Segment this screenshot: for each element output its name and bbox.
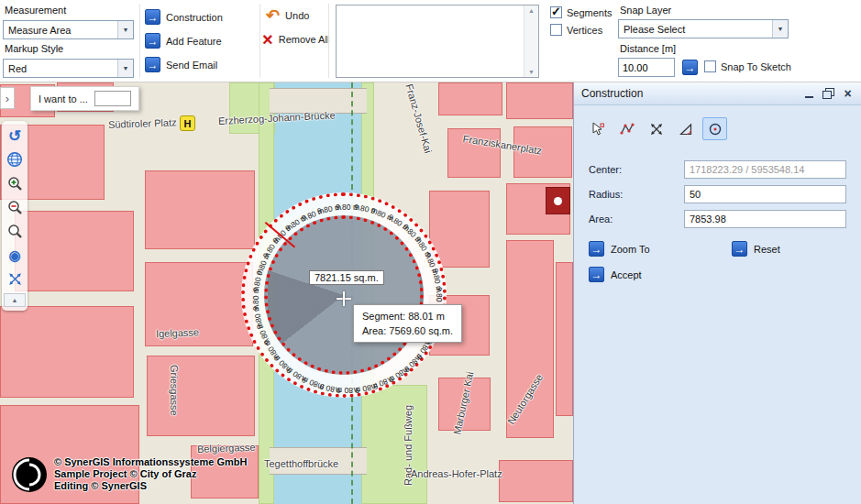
copyright-line: Editing © SynerGIS — [54, 480, 247, 492]
construction-panel: Construction × — [573, 82, 861, 504]
segments-checkbox-label: Segments — [567, 7, 613, 18]
top-toolbar: Measurement Measure Area ▼ Markup Style … — [0, 0, 861, 82]
zoom-in-icon — [7, 176, 23, 192]
undo-button[interactable]: ↶ Undo — [266, 9, 309, 22]
zoom-out-button[interactable] — [4, 196, 26, 218]
angle-triangle-icon — [679, 122, 693, 137]
collapse-toolstrip-button[interactable]: ▲ — [4, 293, 26, 307]
area-label: Area: — [589, 214, 684, 225]
remove-all-button-label: Remove All — [279, 34, 330, 45]
blue-arrow-icon: → — [589, 241, 604, 257]
snap-to-sketch-checkbox-row[interactable]: Snap To Sketch — [704, 60, 791, 72]
zoom-out-icon — [7, 200, 23, 215]
tool-polyline[interactable] — [614, 117, 639, 140]
sidebar-expander-button[interactable]: › — [0, 87, 15, 109]
close-icon[interactable]: × — [842, 88, 854, 99]
i-want-to-input[interactable] — [94, 91, 131, 106]
listbox-scrollbar[interactable]: ▲ ▼ — [524, 5, 538, 77]
scroll-up-icon[interactable]: ▲ — [528, 7, 535, 14]
toolbar-separator — [139, 4, 140, 78]
minimize-icon[interactable] — [803, 88, 815, 99]
fountain-icon — [554, 197, 562, 205]
overview-map-button[interactable] — [4, 148, 26, 170]
globe-icon — [6, 151, 23, 168]
area-input[interactable] — [684, 210, 846, 228]
blue-arrow-icon: → — [589, 267, 604, 282]
map-monument — [546, 187, 570, 214]
snap-layer-dropdown[interactable]: Please Select ▼ — [618, 19, 789, 38]
map-building — [145, 170, 255, 249]
reset-button[interactable]: → Reset — [732, 241, 780, 257]
transit-stop-marker[interactable]: H — [180, 115, 195, 131]
refresh-button[interactable]: ↺ — [4, 125, 26, 147]
segments-checkbox[interactable] — [550, 6, 562, 18]
distance-label: Distance [m] — [620, 43, 676, 54]
tool-select-point[interactable] — [585, 117, 610, 140]
markup-style-dropdown[interactable]: Red ▼ — [3, 59, 134, 78]
panel-title: Construction — [581, 87, 643, 100]
tool-intersect[interactable] — [644, 117, 668, 140]
copyright-line: Sample Project © City of Graz — [54, 468, 247, 480]
undo-icon: ↶ — [266, 9, 280, 22]
snap-layer-dropdown-value: Please Select — [624, 24, 772, 35]
vertices-checkbox[interactable] — [550, 24, 562, 36]
zoom-in-button[interactable] — [4, 172, 26, 194]
radius-label: Radius: — [589, 189, 684, 200]
locate-button[interactable]: ◉ — [4, 244, 26, 266]
accept-button[interactable]: → Accept — [589, 267, 732, 282]
chevron-down-icon[interactable]: ▼ — [117, 21, 133, 38]
street-label: Südtiroler Platz — [108, 116, 177, 130]
map-green-area — [361, 385, 427, 504]
polyline-icon — [620, 122, 635, 137]
map-copyright: © SynerGIS Informationssysteme GmbH Samp… — [11, 456, 247, 493]
panel-accept-row: → Accept — [589, 267, 846, 282]
i-want-to-widget[interactable]: I want to ... — [30, 86, 139, 111]
undo-button-label: Undo — [285, 10, 309, 21]
distance-input[interactable] — [618, 58, 675, 77]
blue-arrow-icon: → — [145, 57, 160, 72]
i-want-to-label: I want to ... — [39, 93, 88, 104]
construction-button[interactable]: → Construction — [145, 9, 223, 25]
synergis-logo-icon — [11, 456, 48, 493]
construction-panel-header[interactable]: Construction × — [574, 82, 861, 105]
center-input[interactable] — [684, 160, 846, 179]
construction-tool-row — [585, 117, 861, 140]
chevron-down-icon[interactable]: ▼ — [772, 20, 788, 38]
copyright-line: © SynerGIS Informationssysteme GmbH — [54, 456, 247, 468]
vertices-checkbox-row[interactable]: Vertices — [550, 24, 602, 36]
map-canvas[interactable]: Südtiroler Platz Erzherzog-Johann-Brücke… — [0, 82, 573, 504]
segments-checkbox-row[interactable]: Segments — [550, 6, 613, 18]
full-extent-button[interactable] — [4, 268, 26, 290]
measurement-label: Measurement — [5, 5, 66, 16]
h-marker-label: H — [184, 118, 192, 129]
zoom-to-button[interactable]: → Zoom To — [589, 241, 732, 257]
tooltip-segment-line: Segment: 88.01 m — [362, 309, 453, 323]
chevron-down-icon[interactable]: ▼ — [117, 60, 133, 77]
send-email-button-label: Send Email — [166, 60, 217, 71]
street-label: Tegetthoffbrücke — [264, 458, 338, 469]
toolbar-separator — [259, 4, 260, 78]
map-tool-strip: ↺ — [2, 121, 28, 311]
expand-arrows-icon — [7, 271, 23, 287]
center-label: Center: — [589, 164, 684, 175]
scroll-down-icon[interactable]: ▼ — [528, 69, 535, 75]
restore-window-icon[interactable] — [822, 88, 834, 99]
street-label: Igelgasse — [156, 326, 199, 339]
center-field-row: Center: — [589, 160, 846, 179]
radius-input[interactable] — [684, 185, 846, 203]
tool-circle[interactable] — [702, 117, 727, 140]
panel-buttons-row: → Zoom To → Reset — [589, 241, 846, 257]
send-email-button[interactable]: → Send Email — [145, 57, 217, 72]
snap-to-sketch-checkbox[interactable] — [704, 60, 716, 72]
tool-angle[interactable] — [673, 117, 698, 140]
measurement-dropdown[interactable]: Measure Area ▼ — [3, 20, 134, 39]
zoom-window-button[interactable] — [4, 220, 26, 242]
map-building — [499, 460, 573, 502]
chevron-up-icon: ▲ — [12, 297, 18, 303]
remove-all-button[interactable]: × Remove All — [262, 33, 329, 46]
sketch-listbox[interactable]: ▲ ▼ — [336, 5, 539, 78]
add-feature-button[interactable]: → Add Feature — [145, 33, 222, 49]
street-label: Franz-Josef-Kai — [403, 82, 434, 154]
apply-distance-button[interactable]: → — [680, 58, 700, 77]
snap-to-sketch-checkbox-label: Snap To Sketch — [721, 61, 791, 72]
